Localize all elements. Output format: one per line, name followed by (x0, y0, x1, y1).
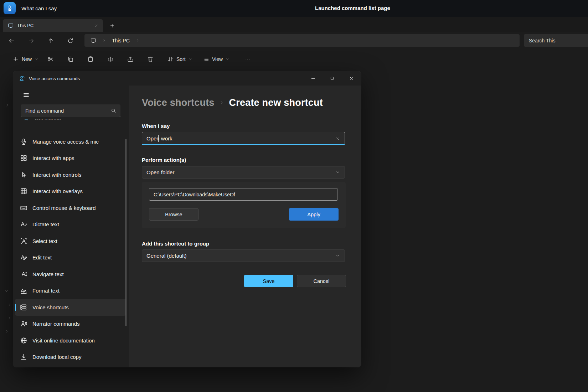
sidebar-item-interact-with-apps[interactable]: Interact with apps (15, 150, 126, 167)
sidebar-item-interact-with-controls[interactable]: Interact with controls (15, 166, 126, 183)
breadcrumb[interactable]: This PC (112, 38, 130, 43)
new-button[interactable]: New (9, 53, 43, 65)
close-icon (349, 76, 354, 81)
tree-expander-icon[interactable] (8, 303, 11, 306)
refresh-button[interactable] (63, 35, 77, 47)
sidebar-item-narrator-commands[interactable]: Narrator commands (15, 316, 126, 332)
delete-button[interactable] (144, 53, 157, 65)
dialog-sidebar-list: Manage voice access & micInteract with a… (15, 133, 126, 365)
action-dropdown[interactable]: Open folder (142, 166, 345, 179)
sort-label: Sort (176, 56, 186, 62)
sort-button[interactable]: Sort (165, 53, 195, 65)
chevron-down-icon (35, 57, 38, 61)
paste-button[interactable] (84, 53, 97, 65)
select-icon (20, 237, 27, 245)
sidebar-item-label: Dictate text (32, 221, 59, 227)
sidebar-item-label: Download local copy (32, 354, 82, 360)
left-button[interactable] (5, 35, 18, 47)
tree-expander-icon[interactable] (8, 316, 11, 320)
new-button-label: New (22, 56, 32, 62)
hamburger-menu-button[interactable] (20, 89, 32, 101)
up-button[interactable] (44, 35, 57, 47)
sidebar-item-dictate-text[interactable]: Dictate text (15, 216, 126, 233)
sidebar-item-download-local-copy[interactable]: Download local copy (15, 349, 126, 366)
voice-access-bar: What can I say Launched command list pag… (0, 0, 588, 17)
address-bar[interactable]: This PC (84, 34, 520, 47)
folder-path-value: C:\Users\PC\Downloads\MakeUseOf (154, 192, 235, 197)
rename-button[interactable] (104, 53, 117, 65)
tab-this-pc[interactable]: This PC (3, 19, 103, 32)
maximize-button[interactable] (323, 71, 342, 86)
find-command-placeholder: Find a command (25, 108, 64, 114)
folder-path-input[interactable]: C:\Users\PC\Downloads\MakeUseOf (149, 188, 338, 201)
dialog-titlebar[interactable]: Voice access commands (13, 71, 361, 86)
group-dropdown[interactable]: General (default) (142, 249, 345, 262)
dialog-body: Find a command Get started Manage voice … (13, 86, 361, 367)
shortcuts-icon (20, 304, 27, 311)
dictate-icon (20, 221, 27, 228)
new-tab-button[interactable] (108, 21, 117, 30)
sidebar-item-label: Control mouse & keyboard (32, 205, 96, 211)
sidebar-item-label: Visit online documentation (32, 337, 95, 344)
when-i-say-value: Open work (146, 135, 172, 141)
sidebar-item-navigate-text[interactable]: Navigate text (15, 266, 126, 283)
cursor-icon (20, 171, 27, 179)
chevron-right-icon (220, 100, 224, 105)
voice-bar-title: What can I say (21, 5, 57, 11)
sidebar-item-label: Get started (35, 119, 61, 121)
tree-expander-icon[interactable] (5, 103, 9, 107)
search-input[interactable]: Search This (524, 34, 588, 47)
sidebar-item-format-text[interactable]: Format text (15, 283, 126, 299)
sidebar-item-clipped[interactable]: Get started (21, 119, 120, 125)
view-button[interactable]: View (200, 53, 232, 65)
page-title: Create new shortcut (229, 97, 323, 108)
navigate-icon (20, 270, 27, 278)
minimize-button[interactable] (303, 71, 323, 86)
toolbar-icon-buttons (44, 53, 157, 65)
tree-expander-icon[interactable] (4, 289, 9, 293)
selected-accent-bar (15, 304, 16, 311)
clear-input-button[interactable] (334, 135, 341, 142)
sidebar-item-manage-voice-access-mic[interactable]: Manage voice access & mic (15, 133, 126, 150)
apply-button[interactable]: Apply (289, 208, 339, 221)
copy-button[interactable] (64, 53, 77, 65)
sidebar-item-edit-text[interactable]: Edit text (15, 249, 126, 266)
cut-button[interactable] (44, 53, 57, 65)
maximize-icon (330, 76, 334, 81)
sidebar-item-visit-online-documentation[interactable]: Visit online documentation (15, 332, 126, 349)
sidebar-item-control-mouse-keyboard[interactable]: Control mouse & keyboard (15, 200, 126, 216)
explorer-address-row: This PC Search This (0, 32, 588, 49)
group-dropdown-value: General (default) (146, 253, 187, 259)
sidebar-item-voice-shortcuts[interactable]: Voice shortcuts (15, 299, 126, 316)
rename-icon (107, 56, 114, 62)
paste-icon (87, 56, 94, 62)
sidebar-item-label: Navigate text (32, 271, 64, 277)
close-button[interactable] (342, 71, 361, 86)
share-button[interactable] (124, 53, 137, 65)
tree-expander-icon[interactable] (5, 329, 9, 333)
voice-access-mic-button[interactable] (4, 2, 16, 14)
chevron-down-icon (335, 170, 340, 175)
explorer-toolbar: New Sort View (0, 49, 588, 70)
more-icon (245, 56, 251, 62)
sidebar-scrollbar[interactable] (125, 139, 127, 326)
sidebar-item-label: Interact with apps (32, 155, 74, 161)
save-button[interactable]: Save (244, 275, 293, 287)
sidebar-item-select-text[interactable]: Select text (15, 233, 126, 249)
when-i-say-input[interactable]: Open work (142, 132, 345, 145)
arrow-right-icon (28, 38, 34, 44)
refresh-icon (67, 38, 73, 44)
plus-icon (110, 23, 115, 28)
browse-button[interactable]: Browse (149, 208, 198, 221)
cancel-button[interactable]: Cancel (297, 275, 346, 287)
sidebar-item-interact-with-overlays[interactable]: Interact with overlays (15, 183, 126, 200)
right-button[interactable] (24, 35, 38, 47)
mic-icon (6, 5, 13, 11)
plus-icon (13, 56, 19, 62)
action-dropdown-value: Open folder (146, 169, 174, 175)
find-command-input[interactable]: Find a command (21, 104, 120, 117)
more-options-button[interactable] (241, 53, 254, 65)
tab-close-button[interactable] (92, 22, 100, 30)
copy-icon (67, 56, 74, 62)
breadcrumb-voice-shortcuts[interactable]: Voice shortcuts (142, 97, 215, 108)
